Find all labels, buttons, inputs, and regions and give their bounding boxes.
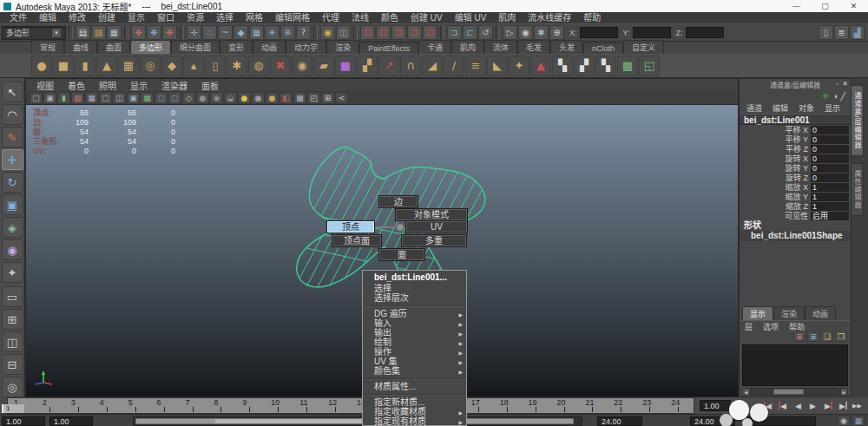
shelf-tab[interactable]: 动画 — [253, 40, 286, 54]
snap-to-grid-icon[interactable]: Ω — [360, 25, 375, 40]
isolate-select-icon[interactable]: ▩ — [293, 92, 306, 104]
ipr-render-icon[interactable]: ◉ — [518, 25, 533, 40]
channel-value-field[interactable]: 0 — [811, 174, 849, 182]
viewport-menu-item[interactable]: 视图 — [30, 79, 61, 92]
four-pane-layout-button[interactable]: ⊞ — [2, 309, 23, 330]
textured-icon[interactable]: ◉ — [210, 92, 223, 104]
viewport-menu-item[interactable]: 面板 — [194, 79, 226, 92]
frame-cell[interactable]: 3 — [65, 398, 94, 413]
scroll-left-icon[interactable]: ◀ — [742, 388, 750, 396]
channel-value-field[interactable]: 0 — [811, 164, 849, 173]
new-empty-layer-icon[interactable]: ❏ — [821, 331, 833, 342]
marking-menu-object-mode[interactable]: 对象模式 — [396, 209, 467, 220]
context-menu-item-assign-new-material[interactable]: 指定新材质... — [363, 397, 466, 407]
mask-handles-icon[interactable]: ✛ — [187, 25, 201, 40]
frame-cell[interactable]: 22 — [608, 398, 636, 413]
wireframe-icon[interactable]: ◇ — [182, 92, 195, 104]
coordinate-input-icon[interactable]: ⊕ — [549, 25, 564, 40]
y-coordinate-field[interactable] — [633, 27, 671, 38]
mask-help-icon[interactable]: ? — [296, 25, 311, 40]
step-back-frame-button[interactable]: ◀ — [776, 399, 791, 412]
checker-material-icon[interactable]: ◒ — [224, 92, 237, 104]
poly-sphere-icon[interactable]: ● — [31, 56, 52, 76]
shelf-tab[interactable]: 曲线 — [64, 40, 97, 54]
frame-cell[interactable]: 7 — [180, 398, 208, 413]
pin-icon[interactable]: ▫ — [836, 80, 838, 88]
slider-mode-icon[interactable]: ╱ — [841, 92, 845, 101]
poly-pipe-icon[interactable]: ▯ — [205, 56, 226, 76]
poly-pyramid-icon[interactable]: ▴ — [183, 56, 204, 76]
show-manipulator-tool-icon[interactable]: ✦ — [2, 262, 23, 283]
output-connections-icon[interactable]: ⊏ — [463, 25, 477, 40]
safe-title-icon[interactable]: ◻ — [168, 92, 181, 104]
layer-editor-tab[interactable]: 显示 — [742, 306, 773, 320]
group-handle[interactable] — [124, 26, 128, 39]
new-layer-from-selection-icon[interactable]: ❐ — [835, 331, 847, 342]
frame-cell[interactable]: 24 — [665, 398, 694, 413]
shelf-tab[interactable]: 流体 — [484, 40, 517, 54]
poly-helix-icon[interactable]: ✱ — [227, 56, 247, 76]
range-slider-track[interactable] — [133, 416, 582, 426]
menu-item[interactable]: 法线 — [345, 12, 375, 23]
sidebar-tab-attribute-editor[interactable]: 属性编辑器 — [852, 163, 864, 216]
channel-value-field[interactable]: 0 — [811, 145, 849, 154]
paint-select-tool-icon[interactable]: ✎ — [2, 127, 23, 147]
select-tool-icon[interactable]: ↖ — [2, 82, 23, 102]
frame-cell[interactable]: 2 — [36, 398, 65, 413]
insert-edge-loop-icon[interactable]: ≡ — [465, 56, 486, 76]
menu-item[interactable]: 修改 — [62, 12, 92, 23]
extrude-icon[interactable]: ↗ — [378, 56, 399, 76]
scroll-right-icon[interactable]: ▶ — [840, 388, 848, 396]
snap-to-curves-icon[interactable]: Ω — [376, 25, 391, 40]
move-tool-icon[interactable]: ✛ — [2, 149, 23, 170]
bridge-icon[interactable]: ∩ — [400, 56, 421, 76]
camera-icon[interactable]: ▢ — [30, 92, 43, 104]
go-to-end-button[interactable]: ▶▶ — [850, 399, 865, 412]
sculpt-geometry-icon[interactable]: ▲ — [530, 56, 551, 76]
resolution-gate-icon[interactable]: ◫ — [113, 92, 126, 104]
split-pane-layout-button[interactable]: ⊟ — [2, 354, 23, 375]
frame-cell[interactable]: 9 — [236, 398, 265, 413]
menu-item[interactable]: 网格 — [240, 12, 269, 23]
context-menu-item[interactable]: 输出▶ — [363, 328, 466, 338]
poly-torus-icon[interactable]: ◎ — [140, 56, 161, 76]
animation-end-field[interactable]: 24.00 — [597, 416, 642, 426]
show-attribute-editor-icon[interactable]: ▯ — [819, 25, 833, 40]
shape-node-name[interactable]: bei_dst:Line001Shape — [740, 231, 851, 241]
render-current-frame-icon[interactable]: ▷ — [503, 25, 517, 40]
frame-cell[interactable]: 10 — [265, 398, 293, 413]
scrollbar-thumb[interactable] — [773, 389, 804, 395]
close-icon[interactable]: ✕ — [842, 80, 848, 88]
menu-item[interactable]: 代理 — [316, 12, 345, 23]
context-menu-item[interactable]: 选择层次 — [363, 293, 466, 303]
single-pane-layout-button[interactable]: ▭ — [2, 286, 23, 307]
speed-state-icon[interactable]: ◑ — [832, 92, 837, 101]
snap-to-view-planes-icon[interactable]: Ω — [423, 25, 437, 40]
shelf-tab[interactable]: 渲染 — [326, 40, 359, 54]
marking-menu-edge[interactable]: 边 — [379, 196, 418, 207]
step-forward-key-button[interactable]: ▶ — [820, 399, 835, 412]
manipulator-axis-icon[interactable]: ✛ — [823, 92, 830, 101]
lasso-select-tool-icon[interactable]: ◠ — [2, 104, 23, 125]
shelf-tab[interactable]: 自定义 — [623, 40, 664, 54]
context-menu-item[interactable]: DG 遍历▶ — [363, 309, 466, 318]
menu-item[interactable]: 选择 — [210, 12, 240, 23]
menu-item[interactable]: 帮助 — [577, 12, 607, 23]
step-forward-frame-button[interactable]: ▶ — [835, 399, 850, 412]
marking-menu-uv[interactable]: UV — [406, 221, 467, 233]
crease-icon[interactable]: ✦ — [509, 56, 529, 76]
context-menu-item[interactable]: 操作▶ — [363, 347, 466, 357]
mask-curves-icon[interactable]: ~ — [218, 25, 233, 40]
uv-snapshot-icon[interactable]: ▩ — [617, 56, 638, 76]
current-time-field[interactable]: 1.00 — [700, 400, 731, 411]
menu-item[interactable]: 编辑 — [33, 12, 62, 23]
menu-item[interactable]: 资源 — [181, 12, 210, 23]
show-tool-settings-icon[interactable]: ≣ — [834, 25, 849, 40]
uv-checker-icon-3[interactable]: ▚ — [595, 56, 616, 76]
channel-box-menu-item[interactable]: 编辑 — [767, 102, 793, 114]
new-scene-icon[interactable]: ▤ — [76, 25, 90, 40]
default-light-icon[interactable]: ● — [238, 92, 251, 104]
layer-editor-menu-item[interactable]: 帮助 — [784, 321, 810, 331]
shelf-tab[interactable]: 卡通 — [418, 40, 451, 54]
frame-cell[interactable]: 4 — [94, 398, 122, 413]
